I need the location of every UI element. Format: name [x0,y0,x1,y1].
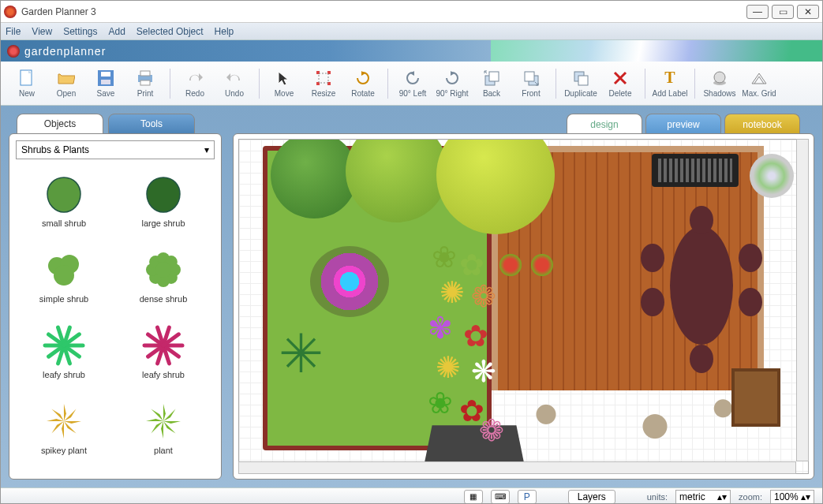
rotate-icon [354,69,372,87]
grid-toggle-button[interactable]: ▦ [464,490,483,504]
menu-selected-object[interactable]: Selected Object [137,26,204,37]
status-bar: ▦ ⌨ P Layers units: metric▴▾ zoom: 100%▴… [1,487,822,504]
add-label-button[interactable]: TAdd Label [652,64,688,103]
bench-object[interactable] [731,368,780,427]
svg-rect-17 [578,76,588,85]
svg-rect-11 [319,73,328,83]
design-canvas[interactable]: ❀ ✿ ✺ ❁ ✾ ✿ ✺ ❋ ❀ ✿ ❁ [238,139,809,474]
palette-label: large shrub [141,218,185,228]
max-grid-button[interactable]: Max. Grid [741,64,777,103]
toolbar-divider [387,69,388,99]
menu-help[interactable]: Help [215,26,234,37]
menu-file[interactable]: File [6,26,21,37]
horizontal-scrollbar[interactable] [238,461,796,474]
rotate-left-icon [404,69,421,87]
palette-item[interactable]: simple shrub [16,240,112,312]
send-back-icon [483,69,500,87]
ruler-toggle-button[interactable]: ⌨ [491,490,510,504]
floppy-icon [97,69,114,87]
plant-icon [142,248,185,291]
vertical-scrollbar[interactable] [796,139,809,461]
palette-item[interactable]: leafy shrub [115,315,211,388]
plant-icon [142,400,185,442]
plant-object[interactable] [750,154,794,198]
fountain-object[interactable] [310,246,389,317]
menu-view[interactable]: View [32,26,52,37]
resize-icon [315,69,332,87]
object-grid[interactable]: small shrublarge shrubsimple shrubdense … [16,164,215,472]
category-label: Shrubs & Plants [21,144,89,155]
close-button[interactable]: ✕ [797,5,819,19]
canvas-tabs: design preview notebook [233,114,814,134]
palette-item[interactable]: dense shrub [115,240,211,312]
chair-object[interactable] [690,345,713,373]
units-select[interactable]: metric▴▾ [675,490,731,504]
delete-button[interactable]: Delete [602,64,638,103]
save-button[interactable]: Save [88,64,124,103]
back-button[interactable]: Back [473,64,510,103]
rotate-left-button[interactable]: 90° Left [395,64,431,103]
palette-label: leafy shrub [43,370,85,379]
plant-icon [43,173,85,215]
redo-button[interactable]: Redo [177,64,213,103]
tab-tools[interactable]: Tools [108,114,195,134]
palette-label: dense shrub [140,294,188,304]
plant-icon [43,400,85,442]
chair-object[interactable] [739,244,762,272]
front-button[interactable]: Front [513,64,549,103]
stone-path[interactable] [492,390,764,450]
tab-notebook[interactable]: notebook [724,114,800,134]
text-icon: T [661,69,679,87]
palette-item[interactable]: leafy shrub [16,315,112,388]
menu-bar: File View Settings Add Selected Object H… [1,23,822,40]
svg-rect-13 [489,72,499,81]
palette-label: spikey plant [41,446,87,455]
tab-preview[interactable]: preview [645,114,721,134]
palette-label: simple shrub [39,294,88,304]
pot-plant-object[interactable] [531,254,553,276]
tab-design[interactable]: design [567,114,642,134]
zoom-select[interactable]: 100%▴▾ [770,490,814,504]
new-button[interactable]: New [9,64,45,103]
print-button[interactable]: Print [127,64,163,103]
svg-rect-5 [140,71,150,76]
shadows-button[interactable]: Shadows [701,64,738,103]
chair-object[interactable] [739,288,762,316]
move-button[interactable]: Move [266,64,302,103]
svg-point-22 [54,265,74,286]
duplicate-icon [572,69,589,87]
palette-item[interactable]: spikey plant [16,391,112,464]
flower-bed[interactable]: ❀ ✿ ✺ ❁ ✾ ✿ ✺ ❋ ❀ ✿ ❁ [411,242,514,447]
toolbar-divider [556,69,556,99]
rotate-right-button[interactable]: 90° Right [434,64,470,103]
plant-icon [43,324,85,367]
palette-label: small shrub [42,218,86,228]
p-toggle-button[interactable]: P [518,490,537,504]
minimize-button[interactable]: — [746,5,769,19]
shrub-object[interactable] [279,337,334,392]
palette-item[interactable]: plant [115,391,211,464]
palette-item[interactable]: small shrub [16,164,112,237]
zoom-label: zoom: [739,492,762,502]
tab-objects[interactable]: Objects [17,114,103,134]
objects-panel: Shrubs & Plants ▾ small shrublarge shrub… [9,133,222,480]
duplicate-button[interactable]: Duplicate [563,64,599,103]
menu-settings[interactable]: Settings [63,26,97,37]
toolbar-divider [694,69,695,99]
rotate-button[interactable]: Rotate [345,64,381,103]
open-button[interactable]: Open [48,64,84,103]
resize-button[interactable]: Resize [305,64,342,103]
menu-add[interactable]: Add [109,26,125,37]
new-file-icon [18,69,36,87]
layers-button[interactable]: Layers [568,490,615,504]
chair-object[interactable] [641,244,664,272]
palette-label: plant [154,446,173,455]
chair-object[interactable] [641,288,664,316]
maximize-button[interactable]: ▭ [772,5,794,19]
table-object[interactable] [670,226,733,345]
undo-button[interactable]: Undo [216,64,253,103]
palette-item[interactable]: large shrub [115,164,211,237]
category-select[interactable]: Shrubs & Plants ▾ [16,140,215,159]
chair-object[interactable] [690,206,713,234]
grill-object[interactable] [652,154,739,187]
